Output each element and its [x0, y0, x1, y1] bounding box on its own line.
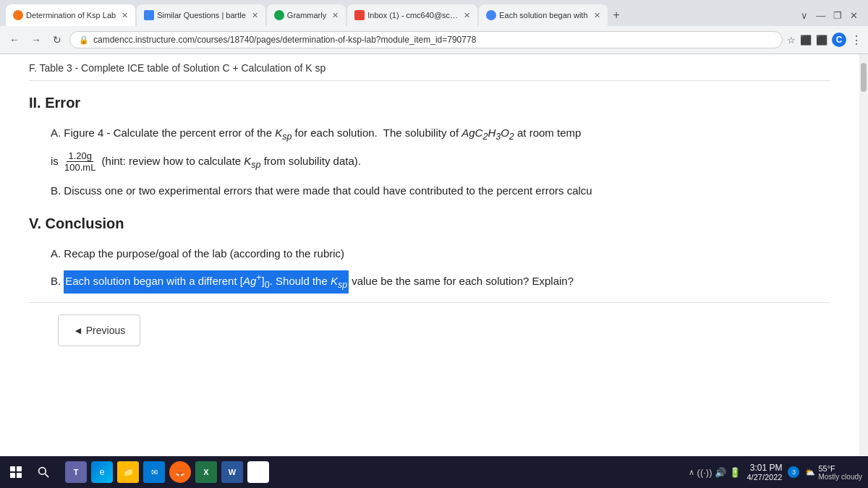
svg-line-5 [45, 474, 48, 477]
tab-close-grammarly[interactable]: ✕ [332, 11, 339, 20]
clock[interactable]: 3:01 PM 4/27/2022 [746, 463, 782, 481]
system-icons: ∧ ((·)) 🔊 🔋 [689, 467, 741, 478]
menu-icon[interactable]: ⋮ [851, 33, 862, 47]
weather-widget: ⛅ 55°F Mostly cloudy [805, 464, 862, 481]
section-ii-part-b: B. Discuss one or two experimental error… [51, 182, 830, 199]
section-ii-title: II. Error [29, 91, 830, 114]
address-text: camdencc.instructure.com/courses/18740/p… [93, 35, 773, 45]
clock-date: 4/27/2022 [746, 473, 782, 481]
weather-temp: 55°F [818, 464, 862, 473]
section-v-part-b: B. Each solution began with a different … [51, 270, 830, 293]
part-vb-line: B. Each solution began with a different … [51, 270, 830, 293]
part-vb-rest: value be the same for each solution? Exp… [352, 273, 574, 289]
section-v: V. Conclusion A. Recap the purpose/goal … [29, 212, 830, 294]
scrollbar[interactable] [859, 54, 868, 456]
part-va-text: A. Recap the purpose/goal of the lab (ac… [51, 245, 830, 262]
tab-favicon-ksp [13, 10, 23, 20]
part-a-is: is [51, 155, 61, 167]
tab-similar[interactable]: Similar Questions | bartle ✕ [137, 4, 265, 26]
tab-close-inbox[interactable]: ✕ [464, 11, 470, 20]
firefox-label: 🦊 [175, 468, 185, 477]
tab-close-similar[interactable]: ✕ [252, 11, 258, 20]
previous-button[interactable]: ◄ Previous [58, 314, 140, 346]
tab-ksp-lab[interactable]: Determination of Ksp Lab ✕ [6, 4, 135, 26]
tab-bar: Determination of Ksp Lab ✕ Similar Quest… [0, 0, 868, 26]
new-tab-button[interactable]: + [609, 9, 624, 22]
taskbar-excel[interactable]: X [195, 461, 217, 483]
start-button[interactable] [6, 462, 26, 482]
forward-button[interactable]: → [27, 33, 45, 47]
weather-icon: ⛅ [805, 468, 815, 477]
svg-rect-3 [17, 473, 22, 478]
windows-icon [10, 466, 22, 478]
part-a-suffix: for each solution. The solubility of AgC… [295, 127, 582, 139]
extension-icon[interactable]: ⬛ [800, 35, 812, 46]
search-button[interactable] [33, 462, 54, 482]
tab-label-ksp: Determination of Ksp Lab [26, 11, 116, 20]
taskbar-teams[interactable]: T [65, 461, 87, 483]
tab-favicon-grammarly [274, 10, 284, 20]
nav-footer: ◄ Previous [29, 302, 830, 358]
tab-close-google[interactable]: ✕ [594, 11, 600, 20]
weather-condition: Mostly cloudy [818, 473, 862, 481]
taskbar-apps: T e 📁 ✉ 🦊 X W G [65, 461, 269, 483]
tab-favicon-inbox [354, 10, 365, 20]
taskbar-files[interactable]: 📁 [117, 461, 139, 483]
browser-chrome: Determination of Ksp Lab ✕ Similar Quest… [0, 0, 868, 54]
truncated-header: F. Table 3 - Complete ICE table of Solut… [29, 60, 830, 81]
tab-label-similar: Similar Questions | bartle [157, 11, 246, 20]
ksp-in-highlight: Ksp [331, 275, 347, 287]
fraction-numerator: 1.20g [67, 150, 93, 163]
files-label: 📁 [123, 467, 134, 477]
nav-icons: ☆ ⬛ ⬛ C ⋮ [787, 33, 862, 47]
svg-rect-1 [17, 466, 22, 471]
scroll-thumb[interactable] [861, 63, 867, 92]
section-ii: II. Error A. Figure 4 - Calculate the pe… [29, 91, 830, 199]
taskbar-word[interactable]: W [221, 461, 243, 483]
lock-icon: 🔒 [79, 35, 89, 45]
taskbar-mail[interactable]: ✉ [143, 461, 165, 483]
section-v-title: V. Conclusion [29, 212, 830, 235]
tab-inbox[interactable]: Inbox (1) - cmc640@scan ✕ [347, 4, 477, 26]
section-ii-part-a: A. Figure 4 - Calculate the percent erro… [51, 124, 830, 174]
notification-badge[interactable]: 3 [788, 466, 799, 478]
back-button[interactable]: ← [6, 33, 23, 47]
profile-avatar[interactable]: C [832, 33, 846, 47]
tab-label-inbox: Inbox (1) - cmc640@scan [367, 11, 458, 20]
address-bar[interactable]: 🔒 camdencc.instructure.com/courses/18740… [69, 31, 783, 48]
tab-favicon-similar [144, 10, 154, 20]
previous-label: ◄ Previous [73, 322, 125, 338]
weather-info: 55°F Mostly cloudy [818, 464, 862, 481]
content-area: F. Table 3 - Complete ICE table of Solut… [0, 54, 859, 456]
fraction-solubility: 1.20g 100.mL [63, 150, 97, 174]
chevron-up-icon[interactable]: ∧ [689, 468, 694, 477]
page-area: F. Table 3 - Complete ICE table of Solut… [0, 54, 868, 456]
profile-icon[interactable]: ⬛ [816, 35, 827, 46]
wifi-icon[interactable]: ((·)) [697, 467, 712, 478]
refresh-button[interactable]: ↻ [49, 33, 65, 47]
excel-label: X [203, 468, 208, 476]
taskbar-edge[interactable]: e [91, 461, 113, 483]
part-vb-prefix: B. [51, 273, 61, 289]
svg-point-4 [39, 468, 46, 475]
svg-rect-0 [10, 466, 15, 471]
part-a-fraction-line: is 1.20g 100.mL (hint: review how to cal… [51, 150, 830, 174]
battery-icon[interactable]: 🔋 [729, 467, 741, 478]
search-icon [38, 466, 49, 478]
tab-label-grammarly: Grammarly [287, 11, 326, 20]
fraction-denominator: 100.mL [63, 162, 97, 174]
tab-label-google: Each solution began with [499, 11, 587, 20]
tab-close-ksp[interactable]: ✕ [122, 11, 128, 20]
tab-google[interactable]: Each solution began with ✕ [479, 4, 607, 26]
part-vb-highlighted-text: Each solution began with a different [Ag… [65, 275, 331, 287]
word-label: W [229, 468, 236, 476]
tab-grammarly[interactable]: Grammarly ✕ [267, 4, 346, 26]
bookmark-icon[interactable]: ☆ [787, 35, 796, 46]
taskbar-google[interactable]: G [247, 461, 269, 483]
clock-time: 3:01 PM [746, 463, 782, 473]
ksp-formula-a: Ksp [275, 127, 292, 139]
part-b-text: B. Discuss one or two experimental error… [51, 182, 830, 199]
volume-icon[interactable]: 🔊 [715, 467, 726, 478]
section-v-part-a: A. Recap the purpose/goal of the lab (ac… [51, 245, 830, 262]
taskbar-firefox[interactable]: 🦊 [169, 461, 191, 483]
